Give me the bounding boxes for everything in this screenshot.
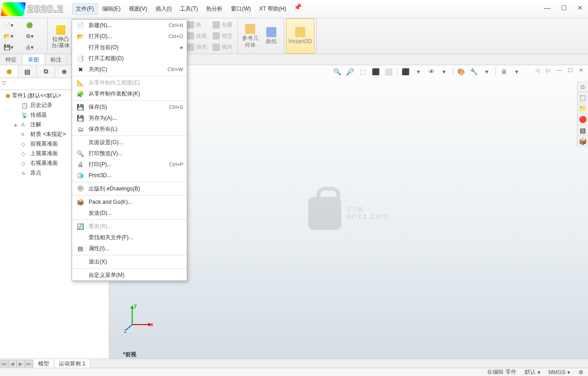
maximize-button[interactable]: ☐ (559, 4, 569, 12)
rib[interactable]: 筋 (186, 21, 208, 29)
draft-icon (187, 32, 194, 39)
menu-tools[interactable]: 工具(T) (176, 3, 202, 15)
mirror[interactable]: 镜向 (212, 43, 234, 51)
task-pane-tab[interactable]: ▤ (577, 125, 588, 136)
shell[interactable]: 抽壳 (186, 43, 208, 51)
status-options-icon[interactable]: ⚙ (578, 369, 583, 376)
qa-print[interactable]: 🖨▾ (23, 42, 43, 52)
menu-insert[interactable]: 插入(I) (152, 3, 175, 15)
prev-doc[interactable]: ◁ (533, 67, 541, 74)
view-tool-icon[interactable]: ⬜ (384, 67, 393, 76)
menu-help[interactable]: XT 帮助(H) (256, 3, 290, 15)
panel-tab-dim[interactable]: ⊕ (55, 65, 73, 78)
menu-item-label: 出版到 eDrawings(B) (89, 185, 183, 193)
curves-button[interactable]: 曲线 (261, 18, 282, 54)
sub-min[interactable]: — (555, 67, 563, 74)
view-tool-icon[interactable]: 🔎 (346, 67, 355, 76)
instant3d-button[interactable]: Instant3D (286, 18, 314, 54)
menu-item-label: 发送(D)... (89, 209, 183, 217)
wrap[interactable]: 包覆 (212, 21, 234, 29)
menu-item[interactable]: 📂打开(O)...Ctrl+O (72, 31, 187, 42)
menu-item[interactable]: 📄新建(N)...Ctrl+N (72, 20, 187, 31)
view-tool-icon[interactable]: 🔧 (470, 67, 479, 76)
task-pane-tab[interactable]: ⬚ (577, 92, 588, 103)
bottom-tab-motion[interactable]: 运动算例 1 (54, 359, 90, 369)
task-pane-tab[interactable]: ⌂ (577, 81, 588, 92)
task-pane-tab[interactable]: 📦 (577, 136, 588, 147)
sub-close[interactable]: ✕ (577, 67, 585, 74)
view-tool-icon[interactable]: ▾ (482, 67, 492, 76)
tab-annotation[interactable]: 标注 (45, 54, 67, 65)
sub-max[interactable]: ☐ (566, 67, 574, 74)
task-pane-tab[interactable]: 🔴 (577, 114, 588, 125)
tab-nav-button[interactable]: ▶ (17, 360, 25, 368)
menu-item[interactable]: 退出(X) (72, 256, 187, 267)
qa-save[interactable]: 💾▾ (2, 42, 22, 52)
draft[interactable]: 拔模 (186, 32, 208, 40)
view-heads-up-toolbar: 🔍🔎⬚⬛⬜⬛▾👁▾🎨🔧▾🖥▾ (329, 65, 525, 78)
expand-icon[interactable]: ▸ (15, 122, 19, 128)
qa-gear-icon[interactable]: ⚙▾ (23, 31, 43, 41)
view-tool-icon[interactable]: 🎨 (457, 67, 466, 76)
menu-item[interactable]: 自定义菜单(M) (72, 269, 187, 281)
menu-window[interactable]: 窗口(W) (227, 3, 254, 15)
tab-nav-button[interactable]: ⏮ (0, 360, 8, 368)
menu-item[interactable]: 📑打开工程图(D) (72, 53, 187, 64)
menu-item[interactable]: 查找相关文件(F)... (72, 232, 187, 243)
qa-new[interactable]: 📄▾ (2, 20, 22, 30)
menu-edit[interactable]: 编辑(E) (99, 3, 124, 15)
menu-thermal[interactable]: 热分析 (202, 3, 226, 15)
view-tool-icon[interactable]: ⬛ (371, 67, 381, 76)
node-label: 历史记录 (30, 101, 52, 109)
status-config[interactable]: 默认▾ (525, 368, 540, 376)
menu-item[interactable]: ▤属性(I)... (72, 243, 187, 254)
menu-item[interactable]: ⓔ出版到 eDrawings(B) (72, 183, 187, 194)
menu-item[interactable]: 🖨打印(P)...Ctrl+P (72, 159, 187, 170)
tab-nav-button[interactable]: ◀ (8, 360, 17, 368)
intersect[interactable]: 相交 (212, 32, 234, 40)
menu-item[interactable]: 打开当前(O)▸ (72, 42, 187, 53)
menu-item-label: 打开当前(O) (89, 44, 180, 51)
task-pane-tab[interactable]: 📁 (577, 103, 588, 114)
view-tool-icon[interactable]: ▾ (440, 67, 449, 76)
pin-icon[interactable]: 📌 (294, 3, 302, 15)
menu-view[interactable]: 视图(V) (125, 3, 151, 15)
extrude-boss-button[interactable]: 🟨 拉伸凸 台/基体 (50, 18, 72, 54)
view-tool-icon[interactable]: ▾ (512, 67, 521, 76)
qa-open[interactable]: 📂▾ (2, 31, 22, 41)
status-units[interactable]: MMGS▾ (549, 369, 570, 376)
tab-sketch[interactable]: 草图 (22, 54, 45, 65)
next-doc[interactable]: ▷ (544, 67, 552, 74)
view-tool-icon[interactable]: ▾ (414, 67, 423, 76)
bottom-tab-model[interactable]: 模型 (34, 359, 54, 369)
menu-item[interactable]: 发送(D)... (72, 208, 187, 219)
menu-item[interactable]: 💾保存(S)Ctrl+S (72, 101, 187, 112)
menu-item[interactable]: 💾另存为(A)... (72, 112, 187, 123)
minimize-button[interactable]: — (542, 4, 552, 12)
menu-item[interactable]: 🗂保存所有(L) (72, 123, 187, 135)
tab-nav-button[interactable]: ⏭ (25, 360, 33, 368)
menu-item[interactable]: 🔍打印预览(V)... (72, 148, 187, 159)
panel-tab-property[interactable]: ▤ (18, 65, 37, 78)
menu-item[interactable]: 页面设置(G)... (72, 137, 187, 148)
bottom-tab-nav: ⏮◀▶⏭ (0, 360, 34, 368)
ref-geom-button[interactable]: 参考几 何体 (240, 18, 261, 54)
qa-traffic-icon[interactable]: 🟢 (23, 20, 43, 30)
menu-item[interactable]: ✖关闭(C)Ctrl+W (72, 64, 187, 75)
menu-file[interactable]: 文件(F) (72, 3, 97, 15)
view-tool-icon[interactable]: ⬛ (401, 67, 410, 76)
menu-item[interactable]: 🧊Print3D... (72, 170, 187, 181)
view-tool-icon[interactable]: 🔍 (333, 67, 342, 76)
view-tool-icon[interactable]: 👁 (427, 67, 436, 76)
panel-tab-config[interactable]: ⧉ (37, 65, 55, 78)
view-tool-icon[interactable]: ⬚ (358, 67, 368, 76)
status-bar: 在编辑 零件 默认▾ MMGS▾ ⚙ (0, 368, 588, 376)
view-tool-icon[interactable]: 🖥 (499, 67, 509, 76)
view-triad[interactable]: x y z (123, 302, 155, 334)
tab-features[interactable]: 特征 (0, 54, 22, 65)
menu-item[interactable]: 🧩从零件制作装配体(K) (72, 88, 187, 99)
app-logo (0, 2, 26, 16)
panel-tab-feature[interactable]: ⬢ (0, 65, 18, 78)
close-button[interactable]: ✕ (575, 4, 585, 12)
menu-item[interactable]: 📦Pack and Go(K)... (72, 196, 187, 208)
